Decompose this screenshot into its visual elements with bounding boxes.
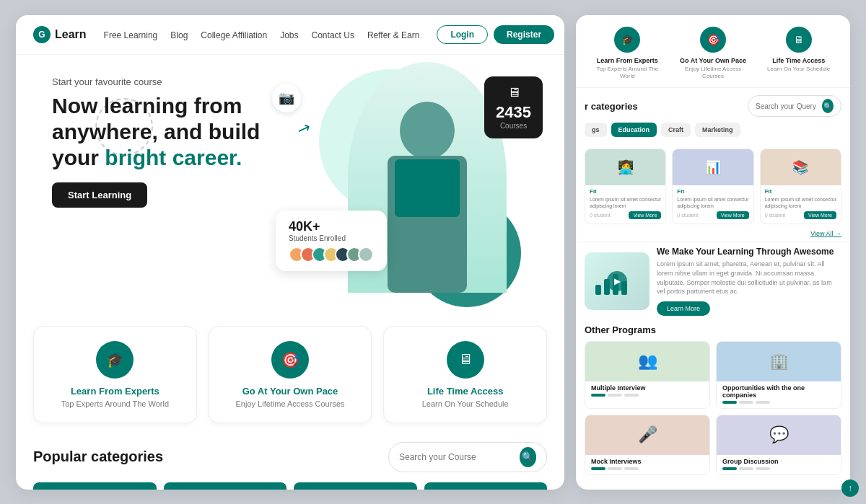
program-dots-0 xyxy=(591,394,704,397)
side-cat-gs[interactable]: gs xyxy=(585,123,607,137)
side-view-btn-0[interactable]: View More xyxy=(629,211,661,219)
course-search-button[interactable]: 🔍 xyxy=(520,447,536,467)
stat-students: 40K+ Students Enrolled xyxy=(276,211,387,271)
svg-rect-3 xyxy=(595,285,601,295)
navbar: G Learn Free Learning Blog College Affil… xyxy=(16,15,564,55)
dot-inactive-2 xyxy=(624,467,639,470)
view-all-link[interactable]: View All → xyxy=(576,230,850,242)
brand-name: Learn xyxy=(55,28,87,41)
side-view-btn-1[interactable]: View More xyxy=(717,211,749,219)
program-img-1: 🏢 xyxy=(717,342,841,381)
start-learning-button[interactable]: Start Learning xyxy=(52,182,147,208)
side-course-meta-1: 0 student View More xyxy=(677,211,748,219)
dot-inactive-1 xyxy=(739,467,753,470)
dot-inactive-1 xyxy=(608,467,622,470)
login-button[interactable]: Login xyxy=(437,25,488,44)
feature-card-0: 🎓 Learn From Experts Top Experts Around … xyxy=(33,326,197,423)
side-feature-desc-2: Learn On Your Schedule xyxy=(760,66,837,73)
side-card: 🎓 Learn From Experts Top Experts Around … xyxy=(576,15,850,490)
side-feature-title-1: Go At Your Own Pace xyxy=(675,57,752,64)
side-course-img-0: 👩‍💻 xyxy=(585,149,665,185)
feature-desc-2: Learn On Your Schedule xyxy=(395,399,535,408)
hero-title: Now learning fromanywhere, and buildyour… xyxy=(52,93,297,171)
side-course-tag-1: Fit xyxy=(677,188,748,195)
program-card-1: 🏢 Opportunities with the one companies xyxy=(716,341,841,409)
feature-icon-1: 🎯 xyxy=(271,341,309,379)
dot-inactive-1 xyxy=(739,401,753,404)
logo-icon: G xyxy=(33,26,51,43)
dot-inactive-2 xyxy=(756,401,770,404)
program-dots-1 xyxy=(722,401,835,404)
side-feature-icon-2: 🖥 xyxy=(786,27,812,53)
program-info-0: Multiple Interview xyxy=(585,381,709,401)
categories-title: Popular categories xyxy=(33,448,163,465)
dot-active xyxy=(722,467,737,470)
logo: G Learn xyxy=(33,26,87,43)
side-categories: r categories 🔍 gs Education Craft Market… xyxy=(576,88,850,143)
svg-point-0 xyxy=(400,102,455,159)
main-card: G Learn Free Learning Blog College Affil… xyxy=(16,15,564,490)
feature-card-1: 🎯 Go At Your Own Pace Enjoy Lifetime Acc… xyxy=(209,326,372,423)
nav-blog[interactable]: Blog xyxy=(170,30,188,40)
play-button[interactable]: ▶ xyxy=(607,271,627,291)
side-course-info-1: Fit Lorem ipsum sit amet consectur adipi… xyxy=(673,185,753,224)
dot-active xyxy=(722,401,737,404)
programs-grid: 👥 Multiple Interview 🏢 Opportunities wit… xyxy=(585,341,841,475)
side-search-bar[interactable]: 🔍 xyxy=(748,95,841,117)
side-search-input[interactable] xyxy=(756,102,818,110)
side-feature-2: 🖥 Life Time Access Learn On Your Schedul… xyxy=(756,27,841,81)
side-cat-marketing[interactable]: Marketing xyxy=(695,123,740,137)
other-programs-section: Other Programs 👥 Multiple Interview 🏢 Op… xyxy=(576,320,850,490)
nav-college[interactable]: College Affiliation xyxy=(201,30,267,40)
program-dots-2 xyxy=(591,467,704,470)
program-info-3: Group Discussion xyxy=(717,455,841,474)
side-course-students-0: 0 student xyxy=(590,213,611,218)
side-feature-title-2: Life Time Access xyxy=(760,57,837,64)
learning-desc: Lorem ipsum sit amet, pharetra, Aenean e… xyxy=(657,260,841,296)
nav-jobs[interactable]: Jobs xyxy=(280,30,298,40)
program-card-0: 👥 Multiple Interview xyxy=(585,341,710,409)
feature-icon-2: 🖥 xyxy=(447,341,484,379)
program-name-1: Opportunities with the one companies xyxy=(722,384,835,399)
register-button[interactable]: Register xyxy=(494,25,554,44)
feature-icon-0: 🎓 xyxy=(96,341,134,379)
side-feature-icon-0: 🎓 xyxy=(614,27,640,53)
side-search-button[interactable]: 🔍 xyxy=(822,99,834,113)
side-feature-desc-0: Top Experts Around The World xyxy=(589,66,666,81)
dot-active xyxy=(591,467,605,470)
side-course-meta-0: 0 student View More xyxy=(590,211,661,219)
hero-subtitle: Start your favourite course xyxy=(52,76,297,87)
side-view-btn-2[interactable]: View More xyxy=(804,211,836,219)
side-cat-education[interactable]: Education xyxy=(611,123,657,137)
program-name-2: Mock Interviews xyxy=(591,458,704,465)
nav-refer[interactable]: Reffer & Earn xyxy=(367,30,419,40)
nav-free-learning[interactable]: Free Learning xyxy=(104,30,158,40)
features-section: 🎓 Learn From Experts Top Experts Around … xyxy=(16,314,564,435)
stat-courses: 🖥 2435 Courses xyxy=(484,76,543,138)
courses-label: Courses xyxy=(496,122,531,130)
side-feature-icon-1: 🎯 xyxy=(700,27,726,53)
side-cat-craft[interactable]: Craft xyxy=(661,123,691,137)
cat-tag-craft[interactable]: Craft xyxy=(294,482,417,490)
hero-text: Start your favourite course Now learning… xyxy=(52,76,297,208)
categories-header: Popular categories 🔍 xyxy=(33,442,547,472)
course-search-bar[interactable]: 🔍 xyxy=(388,442,547,472)
learn-more-button[interactable]: Learn More xyxy=(657,301,710,316)
side-course-desc-2: Lorem ipsum sit amet consectur adipiscin… xyxy=(765,196,836,209)
cat-tag-marketing[interactable]: Marketing xyxy=(424,482,548,490)
nav-buttons: Login Register xyxy=(437,25,554,44)
category-tags: Design Education Craft Marketing xyxy=(33,482,547,490)
students-number: 40K+ xyxy=(289,219,374,234)
courses-icon: 🖥 xyxy=(496,85,531,100)
program-name-0: Multiple Interview xyxy=(591,384,704,392)
side-course-card-2: 📚 Fit Lorem ipsum sit amet consectur adi… xyxy=(760,149,841,224)
cat-tag-education[interactable]: Education xyxy=(164,482,287,490)
side-feature-0: 🎓 Learn From Experts Top Experts Around … xyxy=(585,27,670,81)
side-courses-grid: 👩‍💻 Fit Lorem ipsum sit amet consectur a… xyxy=(576,143,850,230)
side-course-card-0: 👩‍💻 Fit Lorem ipsum sit amet consectur a… xyxy=(585,149,666,224)
nav-contact[interactable]: Contact Us xyxy=(312,30,354,40)
side-top-features: 🎓 Learn From Experts Top Experts Around … xyxy=(576,15,850,89)
cat-tag-design[interactable]: Design xyxy=(33,482,157,490)
course-search-input[interactable] xyxy=(399,452,514,462)
side-course-img-1: 📊 xyxy=(673,149,753,185)
